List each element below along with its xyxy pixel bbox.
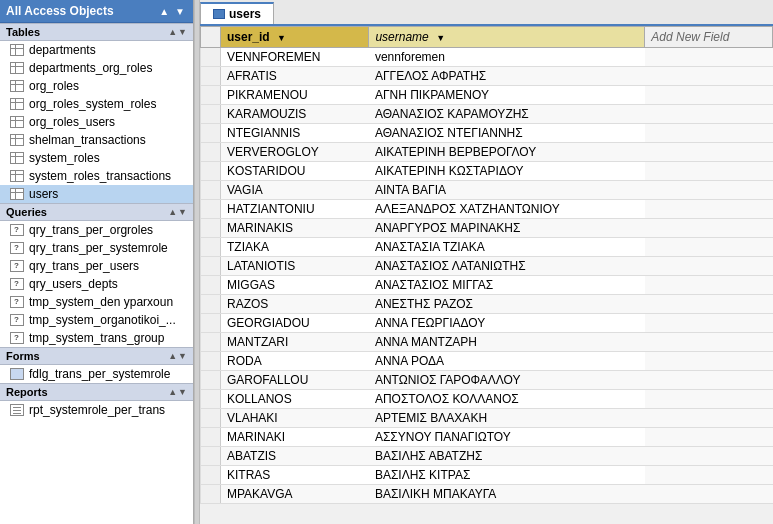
table-row[interactable]: HATZIANTONIUΑΛΕΞΑΝΔΡΟΣ ΧΑΤΖΗΑΝΤΩΝΙΟΥ [201, 200, 773, 219]
query-icon-4 [10, 278, 24, 290]
table-row[interactable]: MANTZARIΑΝΝΑ ΜΑΝΤΖΑΡΗ [201, 333, 773, 352]
queries-section-header[interactable]: Queries ▲ ▼ [0, 203, 193, 221]
tables-section-left: Tables [6, 26, 40, 38]
table-row[interactable]: TZIAKAΑΝΑΣΤΑΣΙΑ ΤΖΙΑΚΑ [201, 238, 773, 257]
query-item-5[interactable]: tmp_system_den yparxoun [0, 293, 193, 311]
table-item-shelman[interactable]: shelman_transactions [0, 131, 193, 149]
query-label-5: tmp_system_den yparxoun [29, 295, 173, 309]
query-item-2[interactable]: qry_trans_per_systemrole [0, 239, 193, 257]
table-row[interactable]: KITRASΒΑΣΙΛΗΣ ΚΙΤΡΑΣ [201, 466, 773, 485]
table-label-oru: org_roles_users [29, 115, 115, 129]
cell-user-id: HATZIANTONIU [221, 200, 369, 219]
query-item-3[interactable]: qry_trans_per_users [0, 257, 193, 275]
table-row[interactable]: GAROFALLOUΑΝΤΩΝΙΟΣ ΓΑΡΟΦΑΛΛΟΥ [201, 371, 773, 390]
table-row[interactable]: PIKRAMENOUΑΓΝΗ ΠΙΚΡΑΜΕΝΟΥ [201, 86, 773, 105]
table-icon-departments [10, 44, 24, 56]
row-selector-cell [201, 162, 221, 181]
header-user-id[interactable]: user_id ▼ [221, 27, 369, 48]
queries-up-arrow[interactable]: ▲ [168, 207, 177, 217]
row-selector-cell [201, 447, 221, 466]
query-icon-6 [10, 314, 24, 326]
right-panel: users user_id ▼ username ▼ [200, 0, 773, 524]
cell-username: ΑΙΝΤΑ ΒΑΓΙΑ [369, 181, 645, 200]
tables-up-arrow[interactable]: ▲ [168, 27, 177, 37]
tab-table-icon [213, 9, 225, 19]
cell-user-id: RAZOS [221, 295, 369, 314]
cell-add-new [645, 485, 773, 504]
table-row[interactable]: RAZOSΑΝΕΣΤΗΣ ΡΑΖΟΣ [201, 295, 773, 314]
panel-up-icon[interactable]: ▲ [157, 6, 171, 17]
table-item-system-roles[interactable]: system_roles [0, 149, 193, 167]
table-item-users[interactable]: users [0, 185, 193, 203]
cell-add-new [645, 466, 773, 485]
table-row[interactable]: VAGIAΑΙΝΤΑ ΒΑΓΙΑ [201, 181, 773, 200]
cell-user-id: ABATZIS [221, 447, 369, 466]
table-row[interactable]: KOSTARIDOUΑΙΚΑΤΕΡΙΝΗ ΚΩΣΤΑΡΙΔΟΥ [201, 162, 773, 181]
left-panel-header: All Access Objects ▲ ▼ [0, 0, 193, 23]
row-selector-cell [201, 485, 221, 504]
cell-user-id: AFRATIS [221, 67, 369, 86]
forms-section-header[interactable]: Forms ▲ ▼ [0, 347, 193, 365]
forms-down-arrow[interactable]: ▼ [178, 351, 187, 361]
form-icon-1 [10, 368, 24, 380]
table-label-users: users [29, 187, 58, 201]
table-icon-srt [10, 170, 24, 182]
cell-username: ΑΝΝΑ ΜΑΝΤΖΑΡΗ [369, 333, 645, 352]
tables-section-header[interactable]: Tables ▲ ▼ [0, 23, 193, 41]
table-row[interactable]: NTEGIANNISΑΘΑΝΑΣΙΟΣ ΝΤΕΓΙΑΝΝΗΣ [201, 124, 773, 143]
table-scroll-wrapper[interactable]: user_id ▼ username ▼ Add New Field VENNF… [200, 26, 773, 524]
header-username[interactable]: username ▼ [369, 27, 645, 48]
tables-down-arrow[interactable]: ▼ [178, 27, 187, 37]
reports-down-arrow[interactable]: ▼ [178, 387, 187, 397]
cell-add-new [645, 295, 773, 314]
cell-username: ΑΛΕΞΑΝΔΡΟΣ ΧΑΤΖΗΑΝΤΩΝΙΟΥ [369, 200, 645, 219]
table-row[interactable]: VLAHAKIΑΡΤΕΜΙΣ ΒΛΑΧΑΚΗ [201, 409, 773, 428]
table-item-org-roles[interactable]: org_roles [0, 77, 193, 95]
cell-username: ΑΝΑΣΤΑΣΙΟΣ ΜΙΓΓΑΣ [369, 276, 645, 295]
table-item-org-roles-users[interactable]: org_roles_users [0, 113, 193, 131]
table-icon-or [10, 80, 24, 92]
table-row[interactable]: KARAMOUZISΑΘΑΝΑΣΙΟΣ ΚΑΡΑΜΟΥΖΗΣ [201, 105, 773, 124]
table-row[interactable]: VENNFOREMENvennforemen [201, 48, 773, 67]
queries-section-arrows: ▲ ▼ [168, 207, 187, 217]
table-row[interactable]: KOLLANOSΑΠΟΣΤΟΛΟΣ ΚΟΛΛΑΝΟΣ [201, 390, 773, 409]
form-item-1[interactable]: fdlg_trans_per_systemrole [0, 365, 193, 383]
query-item-6[interactable]: tmp_system_organotikoi_... [0, 311, 193, 329]
header-add-new-field[interactable]: Add New Field [645, 27, 773, 48]
query-item-1[interactable]: qry_trans_per_orgroles [0, 221, 193, 239]
table-row[interactable]: VERVEROGLOYΑΙΚΑΤΕΡΙΝΗ ΒΕΡΒΕΡΟΓΛΟΥ [201, 143, 773, 162]
reports-section-header[interactable]: Reports ▲ ▼ [0, 383, 193, 401]
queries-down-arrow[interactable]: ▼ [178, 207, 187, 217]
table-row[interactable]: ABATZISΒΑΣΙΛΗΣ ΑΒΑΤΖΗΣ [201, 447, 773, 466]
panel-down-icon[interactable]: ▼ [173, 6, 187, 17]
cell-add-new [645, 352, 773, 371]
table-item-departments-org-roles[interactable]: departments_org_roles [0, 59, 193, 77]
table-row[interactable]: MPAKAVGAΒΑΣΙΛΙΚΗ ΜΠΑΚΑΥΓΑ [201, 485, 773, 504]
query-label-3: qry_trans_per_users [29, 259, 139, 273]
query-label-2: qry_trans_per_systemrole [29, 241, 168, 255]
table-row[interactable]: RODAΑΝΝΑ ΡΟΔΑ [201, 352, 773, 371]
table-item-departments[interactable]: departments [0, 41, 193, 59]
table-item-system-roles-transactions[interactable]: system_roles_transactions [0, 167, 193, 185]
cell-username: ΑΙΚΑΤΕΡΙΝΗ ΚΩΣΤΑΡΙΔΟΥ [369, 162, 645, 181]
table-row[interactable]: MIGGASΑΝΑΣΤΑΣΙΟΣ ΜΙΓΓΑΣ [201, 276, 773, 295]
tab-users[interactable]: users [200, 2, 274, 24]
reports-up-arrow[interactable]: ▲ [168, 387, 177, 397]
header-username-label: username [375, 30, 428, 44]
table-item-org-roles-system-roles[interactable]: org_roles_system_roles [0, 95, 193, 113]
left-panel: All Access Objects ▲ ▼ Tables ▲ ▼ depart… [0, 0, 194, 524]
table-row[interactable]: GEORGIADOUΑΝΝΑ ΓΕΩΡΓΙΑΔΟΥ [201, 314, 773, 333]
form-label-1: fdlg_trans_per_systemrole [29, 367, 170, 381]
query-item-7[interactable]: tmp_system_trans_group [0, 329, 193, 347]
tables-section-arrows: ▲ ▼ [168, 27, 187, 37]
table-row[interactable]: MARINAKIΑΣΣΥΝΟΥ ΠΑΝΑΓΙΩΤΟΥ [201, 428, 773, 447]
table-row[interactable]: LATANIOTISΑΝΑΣΤΑΣΙΟΣ ΛΑΤΑΝΙΩΤΗΣ [201, 257, 773, 276]
table-row[interactable]: MARINAKISΑΝΑΡΓΥΡΟΣ ΜΑΡΙΝΑΚΗΣ [201, 219, 773, 238]
cell-user-id: MIGGAS [221, 276, 369, 295]
cell-username: ΑΝΝΑ ΡΟΔΑ [369, 352, 645, 371]
forms-up-arrow[interactable]: ▲ [168, 351, 177, 361]
query-item-4[interactable]: qry_users_depts [0, 275, 193, 293]
table-label-departments: departments [29, 43, 96, 57]
report-item-1[interactable]: rpt_systemrole_per_trans [0, 401, 193, 419]
table-row[interactable]: AFRATISΑΓΓΕΛΟΣ ΑΦΡΑΤΗΣ [201, 67, 773, 86]
